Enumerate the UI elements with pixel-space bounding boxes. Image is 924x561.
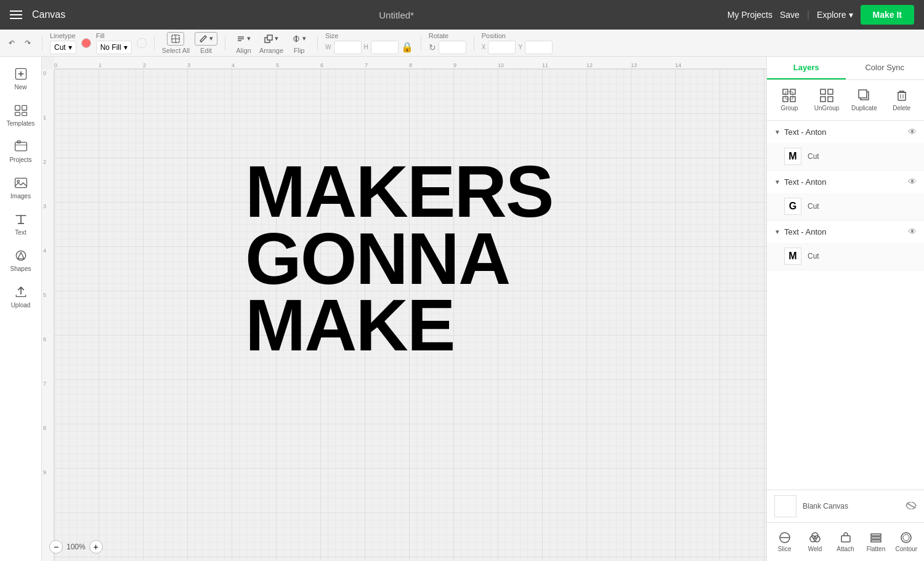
color-swatch[interactable] xyxy=(81,38,91,48)
contour-button[interactable]: Contour xyxy=(891,528,922,556)
panel-actions: Group UnGroup Duplicate xyxy=(767,80,924,121)
canvas-content[interactable]: MAKERS GONNA MAKE xyxy=(54,69,766,561)
canvas-area[interactable]: 0 1 2 3 4 5 6 7 8 9 10 11 12 13 14 0 1 xyxy=(42,57,766,561)
linetype-label: Linetype xyxy=(50,32,76,39)
attach-icon xyxy=(840,531,852,544)
flatten-button[interactable]: Flatten xyxy=(861,528,891,556)
sidebar-item-new[interactable]: New xyxy=(2,62,39,95)
slice-button[interactable]: Slice xyxy=(769,528,800,556)
text-line-gonna: GONNA xyxy=(245,225,479,293)
x-input[interactable] xyxy=(488,41,516,54)
layer-title-1: Text - Anton xyxy=(784,127,904,137)
undo-button[interactable]: ↶ xyxy=(5,36,18,50)
flatten-icon xyxy=(870,531,882,544)
make-it-button[interactable]: Make It xyxy=(861,5,914,25)
linetype-dropdown[interactable]: Cut ▾ xyxy=(50,41,76,54)
group-button[interactable]: Group xyxy=(772,85,807,115)
weld-icon xyxy=(809,531,821,544)
layer-title-3: Text - Anton xyxy=(784,227,904,236)
tab-layers[interactable]: Layers xyxy=(767,57,846,79)
weld-button[interactable]: Weld xyxy=(800,528,830,556)
layer-thumb-3: M xyxy=(784,248,801,265)
group-icon xyxy=(782,89,796,102)
width-input[interactable] xyxy=(334,41,362,54)
sidebar-item-shapes[interactable]: Shapes xyxy=(2,243,39,277)
layer-header-1[interactable]: ▼ Text - Anton 👁 xyxy=(767,121,924,143)
nav-right: My Projects Save | Explore ▾ Make It xyxy=(727,5,914,25)
shapes-icon xyxy=(14,248,28,263)
sidebar-item-images[interactable]: Images xyxy=(2,171,39,204)
svg-point-19 xyxy=(17,180,19,182)
blank-canvas-label: Blank Canvas xyxy=(803,502,899,511)
redo-button[interactable]: ↷ xyxy=(21,36,34,50)
layer-eye-2[interactable]: 👁 xyxy=(908,177,917,187)
sidebar-item-upload[interactable]: Upload xyxy=(2,280,39,313)
height-input[interactable] xyxy=(371,41,399,54)
attach-button[interactable]: Attach xyxy=(830,528,861,556)
zoom-out-button[interactable]: − xyxy=(49,540,63,554)
tab-color-sync[interactable]: Color Sync xyxy=(846,57,925,79)
sidebar-item-projects[interactable]: Projects xyxy=(2,134,39,168)
svg-rect-44 xyxy=(871,540,881,542)
flip-button[interactable]: ▾ xyxy=(288,32,310,46)
arrange-button[interactable]: ▾ xyxy=(261,32,282,46)
fill-color-swatch[interactable] xyxy=(137,38,147,48)
layer-item-1[interactable]: M Cut xyxy=(767,143,924,170)
rotate-label: Rotate xyxy=(429,32,466,39)
svg-rect-15 xyxy=(22,112,26,115)
delete-button[interactable]: Delete xyxy=(884,85,919,115)
svg-rect-13 xyxy=(22,105,26,110)
doc-title[interactable]: Untitled* xyxy=(75,10,718,20)
layer-cut-2: Cut xyxy=(808,202,819,211)
contour-icon xyxy=(900,531,912,544)
my-projects-link[interactable]: My Projects xyxy=(727,10,772,20)
fill-dropdown[interactable]: No Fill ▾ xyxy=(96,41,132,54)
svg-rect-26 xyxy=(821,89,825,94)
layer-item-2[interactable]: G Cut xyxy=(767,193,924,220)
y-input[interactable] xyxy=(525,41,553,54)
projects-icon xyxy=(14,139,28,154)
sidebar-item-templates[interactable]: Templates xyxy=(2,98,39,132)
panel-tabs: Layers Color Sync xyxy=(767,57,924,80)
layers-list: ▼ Text - Anton 👁 M Cut ▼ Text - Anton 👁 … xyxy=(767,121,924,490)
layer-group-1: ▼ Text - Anton 👁 M Cut xyxy=(767,121,924,171)
layer-cut-3: Cut xyxy=(808,252,819,260)
layer-header-2[interactable]: ▼ Text - Anton 👁 xyxy=(767,171,924,193)
size-label: Size xyxy=(325,32,413,39)
new-icon xyxy=(14,67,28,81)
hamburger-menu[interactable] xyxy=(10,10,22,19)
layer-item-3[interactable]: M Cut xyxy=(767,243,924,270)
sidebar-item-text[interactable]: Text xyxy=(2,207,39,241)
svg-rect-18 xyxy=(15,178,26,187)
svg-rect-28 xyxy=(821,97,825,102)
align-button[interactable]: ▾ xyxy=(233,32,254,46)
text-sidebar-icon xyxy=(14,212,28,227)
layer-title-2: Text - Anton xyxy=(784,177,904,187)
design-text[interactable]: MAKERS GONNA MAKE xyxy=(245,158,479,359)
arrange-label: Arrange xyxy=(259,47,283,54)
slice-icon xyxy=(779,531,791,544)
undo-redo-group: ↶ ↷ xyxy=(5,36,34,50)
layer-eye-1[interactable]: 👁 xyxy=(908,127,917,137)
svg-rect-17 xyxy=(17,141,20,143)
save-link[interactable]: Save xyxy=(780,10,800,20)
layer-eye-3[interactable]: 👁 xyxy=(908,227,917,236)
rotate-input[interactable] xyxy=(439,41,466,54)
edit-button[interactable]: ▾ xyxy=(195,32,217,46)
chevron-icon-2: ▼ xyxy=(774,179,780,185)
zoom-in-button[interactable]: + xyxy=(89,540,103,554)
duplicate-button[interactable]: Duplicate xyxy=(847,85,882,115)
layer-header-3[interactable]: ▼ Text - Anton 👁 xyxy=(767,220,924,243)
svg-rect-43 xyxy=(871,537,881,539)
lock-aspect-icon[interactable]: 🔒 xyxy=(401,41,413,53)
layer-thumb-1: M xyxy=(784,148,801,165)
ungroup-button[interactable]: UnGroup xyxy=(809,85,845,115)
images-icon xyxy=(14,176,28,190)
flip-label: Flip xyxy=(294,47,305,54)
select-all-button[interactable] xyxy=(167,32,184,46)
explore-button[interactable]: Explore ▾ xyxy=(817,10,853,20)
toolbar: ↶ ↷ Linetype Cut ▾ Fill No Fill ▾ xyxy=(0,30,924,57)
svg-rect-32 xyxy=(898,92,906,100)
select-all-label: Select All xyxy=(162,47,190,54)
blank-canvas-eye[interactable] xyxy=(906,501,917,511)
